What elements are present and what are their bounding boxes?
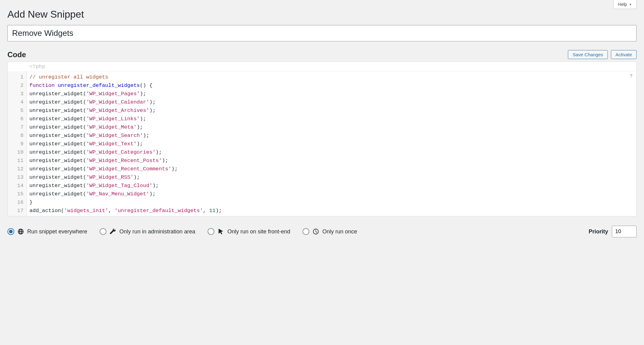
snippet-title-input[interactable] [7, 25, 637, 41]
line-number: 12 [8, 165, 24, 173]
line-number: 3 [8, 90, 24, 98]
cursor-icon [217, 228, 224, 235]
code-line[interactable]: unregister_widget('WP_Widget_Links'); [29, 115, 634, 123]
page-title: Add New Snippet [7, 0, 637, 25]
code-line[interactable]: unregister_widget('WP_Widget_Recent_Post… [29, 156, 634, 165]
line-number: 10 [8, 148, 24, 156]
radio-everywhere[interactable] [7, 228, 14, 235]
line-number: 1 [8, 73, 24, 81]
scope-label-once: Only run once [322, 228, 357, 235]
code-line[interactable]: } [29, 198, 634, 207]
radio-frontend[interactable] [208, 228, 214, 235]
radio-once[interactable] [303, 228, 309, 235]
line-number: 5 [8, 106, 24, 115]
line-number: 11 [8, 156, 24, 165]
help-tab[interactable]: Help ▼ [613, 0, 637, 9]
code-line[interactable]: unregister_widget('WP_Widget_Tag_Cloud')… [29, 181, 634, 190]
code-content[interactable]: // unregister all widgetsfunction unregi… [27, 72, 636, 216]
priority-label: Priority [589, 228, 608, 235]
scope-label-everywhere: Run snippet everywhere [27, 228, 87, 235]
code-line[interactable]: unregister_widget('WP_Widget_Pages'); [29, 90, 634, 98]
line-number-gutter: 1234567891011121314151617 [8, 72, 27, 216]
code-line[interactable]: unregister_widget('WP_Widget_Calendar'); [29, 98, 634, 106]
scope-option-once[interactable]: Only run once [303, 228, 357, 235]
code-line[interactable]: unregister_widget('WP_Widget_Recent_Comm… [29, 165, 634, 173]
code-line[interactable]: unregister_widget('WP_Nav_Menu_Widget'); [29, 190, 634, 198]
priority-input[interactable] [612, 226, 637, 237]
editor-help-icon[interactable]: ? [630, 73, 633, 78]
scope-option-everywhere[interactable]: Run snippet everywhere [7, 228, 87, 235]
code-line[interactable]: // unregister all widgets [29, 73, 634, 81]
code-editor[interactable]: <?php ? 1234567891011121314151617 // unr… [7, 62, 637, 216]
line-number: 8 [8, 131, 24, 140]
code-line[interactable]: unregister_widget('WP_Widget_Meta'); [29, 123, 634, 131]
line-number: 2 [8, 81, 24, 90]
code-line[interactable]: unregister_widget('WP_Widget_Search'); [29, 131, 634, 140]
line-number: 14 [8, 181, 24, 190]
line-number: 6 [8, 115, 24, 123]
save-changes-button[interactable]: Save Changes [568, 50, 608, 59]
php-opener: <?php [8, 62, 636, 71]
scope-option-admin[interactable]: Only run in administration area [100, 228, 195, 235]
code-line[interactable]: unregister_widget('WP_Widget_Text'); [29, 140, 634, 148]
line-number: 15 [8, 190, 24, 198]
clock-icon [312, 228, 319, 235]
line-number: 16 [8, 198, 24, 207]
scope-option-frontend[interactable]: Only run on site front-end [208, 228, 290, 235]
wrench-icon [109, 228, 116, 235]
line-number: 4 [8, 98, 24, 106]
activate-button[interactable]: Activate [611, 50, 637, 59]
line-number: 17 [8, 207, 24, 215]
help-label: Help [618, 2, 627, 7]
line-number: 13 [8, 173, 24, 181]
scope-label-frontend: Only run on site front-end [227, 228, 290, 235]
code-line[interactable]: unregister_widget('WP_Widget_Categories'… [29, 148, 634, 156]
code-heading: Code [7, 50, 26, 59]
globe-icon [17, 228, 24, 235]
code-line[interactable]: add_action('widgets_init', 'unregister_d… [29, 207, 634, 215]
chevron-down-icon: ▼ [629, 3, 632, 6]
scope-label-admin: Only run in administration area [119, 228, 195, 235]
code-line[interactable]: unregister_widget('WP_Widget_RSS'); [29, 173, 634, 181]
line-number: 7 [8, 123, 24, 131]
code-line[interactable]: function unregister_default_widgets() { [29, 81, 634, 90]
radio-admin[interactable] [100, 228, 106, 235]
code-line[interactable]: unregister_widget('WP_Widget_Archives'); [29, 106, 634, 115]
line-number: 9 [8, 140, 24, 148]
